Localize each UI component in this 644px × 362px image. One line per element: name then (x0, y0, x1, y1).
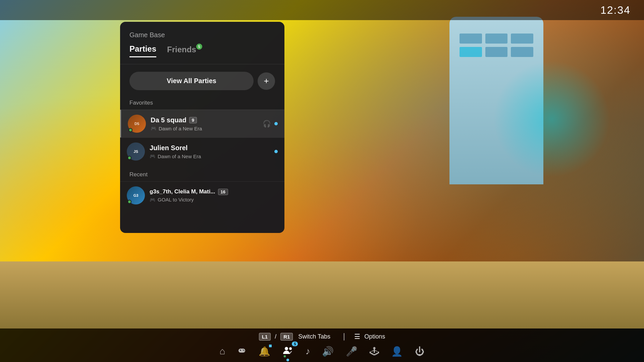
options-separator: │ (342, 333, 346, 340)
party-name-g3s: g3s_7th, Clelia M, Mati... (150, 188, 215, 195)
nav-home[interactable]: ⌂ (220, 346, 225, 357)
avatar-wrap-julien: JS (127, 142, 145, 161)
game-name-g3s: GOAL to Victory (158, 197, 194, 202)
view-all-parties-button[interactable]: View All Parties (129, 72, 254, 90)
friends-badge: 5 (196, 44, 202, 50)
nav-bell[interactable]: 🔔 (259, 346, 270, 357)
nav-bar: ⌂ 🔔 (220, 345, 425, 358)
game-name-julien: Dawn of a New Era (158, 154, 201, 159)
name-row-da5: Da 5 squad 9 (151, 116, 258, 124)
bottom-bar: L1 / R1 Switch Tabs │ ☰ Options ⌂ 🔔 (0, 328, 644, 362)
clock: 12:34 (600, 4, 631, 16)
svg-point-5 (285, 347, 288, 350)
svg-point-6 (289, 347, 292, 350)
svg-point-3 (243, 349, 244, 350)
gamepad-icon-da5: 🎮 (151, 126, 156, 131)
tab-parties[interactable]: Parties (129, 44, 156, 57)
avatar-wrap-da5: D5 (128, 115, 146, 133)
nav-controller[interactable]: 🕹 (370, 346, 379, 357)
member-count-g3s: 16 (218, 189, 228, 195)
switch-tabs-label: Switch Tabs (298, 333, 330, 340)
game-row-g3s: 🎮 GOAL to Victory (150, 197, 278, 202)
tab-friends[interactable]: Friends 5 (167, 45, 196, 57)
favorites-label: Favorites (120, 98, 284, 110)
online-indicator-da5 (128, 128, 132, 132)
slash-separator: / (275, 333, 276, 340)
online-indicator-g3s (127, 200, 131, 204)
recent-label: Recent (120, 165, 284, 181)
item-info-julien: Julien Sorel 🎮 Dawn of a New Era (150, 144, 270, 159)
headset-icon-da5: 🎧 (263, 120, 271, 128)
party-name-julien: Julien Sorel (150, 144, 187, 152)
nav-power[interactable]: ⏻ (415, 346, 424, 357)
nav-music[interactable]: ♪ (305, 346, 310, 357)
nav-mic[interactable]: 🎤 (346, 346, 358, 357)
member-count-da5: 9 (189, 117, 197, 123)
panel-title: Game Base (120, 31, 284, 44)
party-item-da5squad[interactable]: D5 Da 5 squad 9 🎮 Dawn of a New Era 🎧 (120, 110, 284, 137)
scene-teal (493, 60, 610, 178)
name-row-g3s: g3s_7th, Clelia M, Mati... 16 (150, 188, 278, 195)
svg-rect-2 (240, 349, 241, 351)
controls-hint: L1 / R1 Switch Tabs │ ☰ Options (259, 333, 385, 341)
active-nav-dot (286, 359, 289, 361)
scene-ground (0, 261, 644, 328)
game-row-julien: 🎮 Dawn of a New Era (150, 154, 270, 159)
party-item-g3s[interactable]: G3 g3s_7th, Clelia M, Mati... 16 🎮 GOAL … (120, 181, 284, 209)
add-party-button[interactable]: + (258, 72, 275, 90)
options-label: Options (364, 333, 385, 340)
online-indicator-julien (127, 156, 131, 160)
friends-badge-nav: 5 (292, 342, 298, 346)
tabs: Parties Friends 5 (120, 44, 284, 64)
blue-dot-da5 (274, 122, 278, 125)
nav-gamepad[interactable] (237, 346, 247, 357)
nav-volume[interactable]: 🔊 (322, 346, 334, 357)
name-row-julien: Julien Sorel (150, 144, 270, 152)
item-info-g3s: g3s_7th, Clelia M, Mati... 16 🎮 GOAL to … (150, 188, 278, 202)
nav-profile[interactable]: 👤 (391, 346, 403, 357)
gamepad-icon-g3s: 🎮 (150, 197, 155, 202)
avatar-wrap-g3s: G3 (127, 186, 145, 204)
l1-button[interactable]: L1 (259, 333, 271, 341)
options-icon: ☰ (354, 333, 360, 341)
party-name-da5: Da 5 squad (151, 116, 186, 124)
actions-julien (274, 150, 278, 153)
nav-friends[interactable]: 5 (282, 345, 293, 358)
game-row-da5: 🎮 Dawn of a New Era (151, 126, 258, 131)
top-bar: 12:34 (0, 0, 644, 20)
party-item-julien[interactable]: JS Julien Sorel 🎮 Dawn of a New Era (120, 137, 284, 165)
item-info-da5: Da 5 squad 9 🎮 Dawn of a New Era (151, 116, 258, 131)
actions-da5: 🎧 (263, 120, 278, 128)
game-base-panel: Game Base Parties Friends 5 View All Par… (120, 22, 284, 233)
r1-button[interactable]: R1 (280, 333, 293, 341)
gamepad-icon-julien: 🎮 (150, 154, 155, 159)
game-name-da5: Dawn of a New Era (159, 126, 202, 131)
bell-dot (269, 345, 272, 347)
svg-point-4 (244, 350, 245, 351)
view-all-row: View All Parties + (120, 64, 284, 98)
friends-green-dot (283, 355, 286, 358)
blue-dot-julien (274, 150, 278, 153)
